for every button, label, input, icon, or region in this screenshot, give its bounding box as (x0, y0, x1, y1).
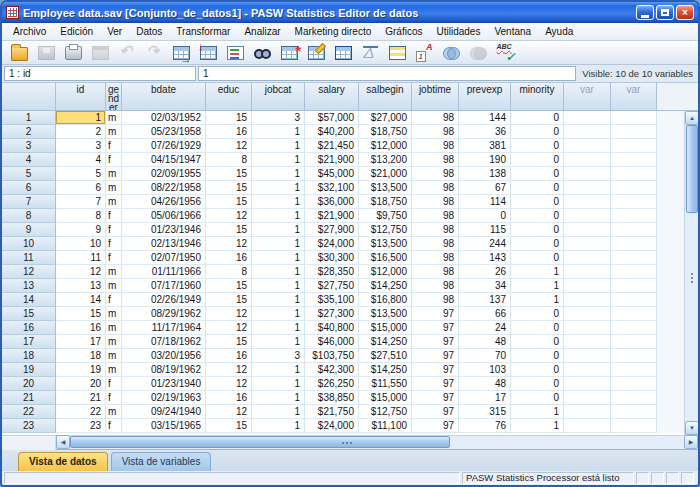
cell-prevexp[interactable]: 17 (459, 391, 511, 405)
cell-educ[interactable]: 15 (206, 293, 252, 307)
cell-salbegin[interactable]: $21,000 (359, 167, 412, 181)
cell-id[interactable]: 2 (56, 125, 106, 139)
cell-gender[interactable]: m (106, 335, 122, 349)
cell-bdate[interactable]: 01/23/1940 (122, 377, 206, 391)
cell-jobtime[interactable]: 97 (412, 307, 459, 321)
cell-jobtime[interactable]: 97 (412, 377, 459, 391)
cell-jobtime[interactable]: 97 (412, 405, 459, 419)
cell-var[interactable] (564, 265, 611, 279)
cell-salary[interactable]: $40,200 (305, 125, 359, 139)
cell-id[interactable]: 21 (56, 391, 106, 405)
cell-bdate[interactable]: 05/23/1958 (122, 125, 206, 139)
cell-minority[interactable]: 0 (511, 377, 564, 391)
cell-var[interactable] (611, 293, 657, 307)
show-all-variables-button[interactable] (465, 42, 491, 63)
row-number[interactable]: 10 (2, 237, 56, 251)
cell-gender[interactable]: m (106, 167, 122, 181)
cell-prevexp[interactable]: 244 (459, 237, 511, 251)
cell-minority[interactable]: 0 (511, 111, 564, 125)
cell-jobtime[interactable]: 97 (412, 335, 459, 349)
cell-id[interactable]: 1 (56, 111, 106, 125)
cell-var[interactable] (611, 153, 657, 167)
cell-jobtime[interactable]: 98 (412, 111, 459, 125)
column-header-prevexp[interactable]: prevexp (459, 83, 511, 111)
use-variable-sets-button[interactable] (438, 42, 464, 63)
cell-prevexp[interactable]: 76 (459, 419, 511, 433)
row-number[interactable]: 8 (2, 209, 56, 223)
cell-var[interactable] (564, 419, 611, 433)
cell-minority[interactable]: 1 (511, 279, 564, 293)
cell-minority[interactable]: 0 (511, 237, 564, 251)
column-header-jobcat[interactable]: jobcat (252, 83, 305, 111)
cell-minority[interactable]: 0 (511, 307, 564, 321)
cell-salbegin[interactable]: $12,750 (359, 223, 412, 237)
scroll-left-arrow[interactable]: ◀ (56, 435, 70, 449)
spell-check-button[interactable] (492, 42, 518, 63)
cell-jobtime[interactable]: 98 (412, 139, 459, 153)
cell-jobcat[interactable]: 3 (252, 111, 305, 125)
cell-jobcat[interactable]: 1 (252, 153, 305, 167)
cell-bdate[interactable]: 02/19/1963 (122, 391, 206, 405)
cell-minority[interactable]: 0 (511, 167, 564, 181)
row-number[interactable]: 9 (2, 223, 56, 237)
cell-salary[interactable]: $42,300 (305, 363, 359, 377)
cell-id[interactable]: 23 (56, 419, 106, 433)
cell-id[interactable]: 18 (56, 349, 106, 363)
cell-jobcat[interactable]: 1 (252, 293, 305, 307)
cell-prevexp[interactable]: 115 (459, 223, 511, 237)
cell-var[interactable] (564, 125, 611, 139)
cell-var[interactable] (564, 335, 611, 349)
cell-var[interactable] (611, 405, 657, 419)
cell-minority[interactable]: 0 (511, 363, 564, 377)
cell-id[interactable]: 15 (56, 307, 106, 321)
menu-item-marketing-directo[interactable]: Marketing directo (288, 24, 379, 39)
cell-jobcat[interactable]: 1 (252, 237, 305, 251)
goto-case-button[interactable] (168, 42, 194, 63)
cell-bdate[interactable]: 08/19/1962 (122, 363, 206, 377)
cell-educ[interactable]: 12 (206, 377, 252, 391)
cell-gender[interactable]: f (106, 237, 122, 251)
cell-prevexp[interactable]: 315 (459, 405, 511, 419)
cell-gender[interactable]: f (106, 223, 122, 237)
cell-var[interactable] (611, 363, 657, 377)
row-number[interactable]: 3 (2, 139, 56, 153)
cell-var[interactable] (611, 335, 657, 349)
row-number[interactable]: 23 (2, 419, 56, 433)
cell-salary[interactable]: $30,300 (305, 251, 359, 265)
cell-salbegin[interactable]: $14,250 (359, 279, 412, 293)
save-button[interactable] (33, 42, 59, 63)
cell-salary[interactable]: $38,850 (305, 391, 359, 405)
cell-gender[interactable]: m (106, 363, 122, 377)
cell-salbegin[interactable]: $16,500 (359, 251, 412, 265)
cell-var[interactable] (564, 363, 611, 377)
cell-prevexp[interactable]: 48 (459, 335, 511, 349)
row-number[interactable]: 18 (2, 349, 56, 363)
scroll-down-arrow[interactable]: ▼ (685, 421, 698, 435)
cell-var[interactable] (611, 167, 657, 181)
cell-minority[interactable]: 1 (511, 419, 564, 433)
cell-jobtime[interactable]: 98 (412, 223, 459, 237)
menu-item-archivo[interactable]: Archivo (6, 24, 53, 39)
cell-id[interactable]: 17 (56, 335, 106, 349)
cell-id[interactable]: 9 (56, 223, 106, 237)
row-number[interactable]: 4 (2, 153, 56, 167)
cell-jobcat[interactable]: 1 (252, 223, 305, 237)
column-header-id[interactable]: id (56, 83, 106, 111)
cell-gender[interactable]: f (106, 419, 122, 433)
cell-salbegin[interactable]: $12,750 (359, 405, 412, 419)
cell-minority[interactable]: 0 (511, 195, 564, 209)
menu-item-analizar[interactable]: Analizar (237, 24, 287, 39)
cell-salary[interactable]: $57,000 (305, 111, 359, 125)
cell-educ[interactable]: 12 (206, 363, 252, 377)
cell-educ[interactable]: 16 (206, 125, 252, 139)
row-number[interactable]: 20 (2, 377, 56, 391)
cell-jobtime[interactable]: 98 (412, 265, 459, 279)
scroll-right-arrow[interactable]: ▶ (684, 435, 698, 449)
cell-educ[interactable]: 15 (206, 335, 252, 349)
menu-item-graficos[interactable]: Gráficos (378, 24, 429, 39)
cell-prevexp[interactable]: 143 (459, 251, 511, 265)
cell-salary[interactable]: $103,750 (305, 349, 359, 363)
menu-item-ayuda[interactable]: Ayuda (538, 24, 580, 39)
cell-educ[interactable]: 12 (206, 209, 252, 223)
horizontal-splitter-handle[interactable] (342, 442, 352, 444)
